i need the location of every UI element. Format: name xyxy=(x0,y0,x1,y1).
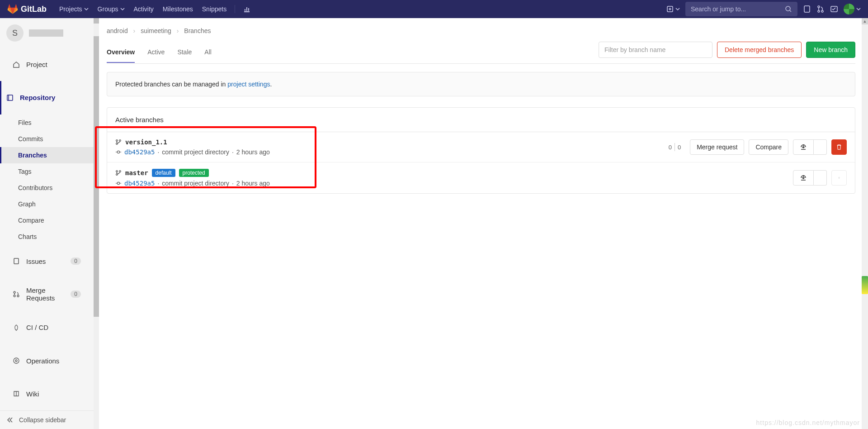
tab-all[interactable]: All xyxy=(204,42,212,63)
sidebar-project[interactable]: Project xyxy=(0,48,94,81)
protected-banner: Protected branches can be managed in pro… xyxy=(107,72,855,96)
user-avatar xyxy=(844,4,854,14)
issues-icon[interactable] xyxy=(803,5,811,13)
default-badge: default xyxy=(152,169,175,177)
branch-name[interactable]: version_1.1 xyxy=(125,138,167,146)
nav-groups[interactable]: Groups xyxy=(93,0,129,18)
sidebar-cicd[interactable]: CI / CD xyxy=(0,311,94,344)
filter-input[interactable] xyxy=(599,42,712,58)
delete-branch-button[interactable] xyxy=(831,139,847,155)
delete-merged-button[interactable]: Delete merged branches xyxy=(717,42,802,58)
svg-point-18 xyxy=(116,171,118,172)
branch-divergence: 0 0 xyxy=(669,143,681,151)
sidebar-branches[interactable]: Branches xyxy=(0,147,94,163)
sidebar-operations[interactable]: Operations xyxy=(0,344,94,377)
svg-rect-7 xyxy=(7,95,13,100)
nav-activity[interactable]: Activity xyxy=(129,0,158,18)
trash-icon xyxy=(838,175,840,181)
branch-icon xyxy=(115,139,122,145)
download-icon xyxy=(800,174,807,181)
breadcrumb-android[interactable]: android xyxy=(107,27,128,34)
top-nav: GitLab Projects Groups Activity Mileston… xyxy=(0,0,868,18)
commit-msg: commit project directory xyxy=(162,180,229,187)
issues-icon xyxy=(13,257,20,265)
svg-point-14 xyxy=(116,140,118,142)
commit-icon xyxy=(115,180,122,186)
search-box[interactable] xyxy=(685,2,797,16)
trash-icon xyxy=(836,144,842,150)
branch-row: master default protected db4529a5 · comm… xyxy=(107,162,855,193)
user-menu[interactable] xyxy=(844,4,861,14)
tab-overview[interactable]: Overview xyxy=(107,42,135,63)
commit-sha[interactable]: db4529a5 xyxy=(124,180,155,187)
project-header[interactable]: S xyxy=(0,18,94,48)
sidebar-repository[interactable]: Repository xyxy=(0,81,94,114)
delete-branch-disabled xyxy=(831,170,847,186)
nav-snippets[interactable]: Snippets xyxy=(198,0,231,18)
commit-msg: commit project directory xyxy=(162,148,229,156)
page-scrollbar[interactable]: ▲ xyxy=(862,18,868,429)
nav-divider xyxy=(235,5,235,13)
sidebar-wiki[interactable]: Wiki xyxy=(0,377,94,410)
todos-icon[interactable] xyxy=(830,5,838,13)
mr-count: 0 xyxy=(71,291,81,298)
sidebar-graph[interactable]: Graph xyxy=(0,196,94,212)
sidebar-files[interactable]: Files xyxy=(0,114,94,131)
sidebar-issues[interactable]: Issues 0 xyxy=(0,245,94,278)
issues-count: 0 xyxy=(71,257,81,265)
svg-point-17 xyxy=(117,151,119,153)
brand-text: GitLab xyxy=(21,5,47,14)
gitlab-logo[interactable]: GitLab xyxy=(7,4,47,14)
download-button[interactable] xyxy=(793,170,814,186)
svg-rect-2 xyxy=(804,6,810,12)
svg-point-3 xyxy=(818,6,820,8)
svg-point-20 xyxy=(119,171,121,172)
svg-point-11 xyxy=(17,295,19,297)
download-icon xyxy=(800,143,807,151)
svg-point-5 xyxy=(821,10,823,12)
sidebar-commits[interactable]: Commits xyxy=(0,131,94,147)
breadcrumb-suimeeting[interactable]: suimeeting xyxy=(141,27,171,34)
svg-point-9 xyxy=(14,291,15,293)
commit-time: 2 hours ago xyxy=(236,180,270,187)
sidebar-tags[interactable]: Tags xyxy=(0,163,94,180)
nav-projects[interactable]: Projects xyxy=(55,0,93,18)
collapse-sidebar[interactable]: Collapse sidebar xyxy=(0,410,94,429)
merge-request-button[interactable]: Merge request xyxy=(690,139,744,155)
sidebar: S Project Repository Files Commits Branc… xyxy=(0,18,94,429)
svg-point-12 xyxy=(14,358,19,363)
nav-milestones[interactable]: Milestones xyxy=(158,0,198,18)
home-icon xyxy=(13,61,20,68)
new-menu[interactable] xyxy=(666,5,680,13)
sidebar-charts[interactable]: Charts xyxy=(0,229,94,245)
project-settings-link[interactable]: project settings xyxy=(227,81,270,88)
panel-title: Active branches xyxy=(107,108,855,132)
compare-button[interactable]: Compare xyxy=(749,139,788,155)
commit-time: 2 hours ago xyxy=(236,148,270,156)
main-content: android › suimeeting › Branches Overview… xyxy=(94,18,868,429)
sidebar-compare[interactable]: Compare xyxy=(0,212,94,229)
search-input[interactable] xyxy=(691,5,785,13)
branch-icon xyxy=(115,170,122,176)
tab-active[interactable]: Active xyxy=(147,42,165,63)
branch-name[interactable]: master xyxy=(125,169,148,176)
sidebar-contributors[interactable]: Contributors xyxy=(0,180,94,196)
merge-requests-icon[interactable] xyxy=(816,5,825,13)
project-name xyxy=(29,29,63,37)
active-branches-panel: Active branches version_1.1 db4529a5 · c… xyxy=(107,107,855,194)
download-dropdown[interactable] xyxy=(814,139,827,155)
nav-analytics-icon[interactable] xyxy=(239,0,255,18)
branch-toolbar: Overview Active Stale All Delete merged … xyxy=(107,42,855,64)
download-button[interactable] xyxy=(793,139,814,155)
sidebar-merge-requests[interactable]: Merge Requests 0 xyxy=(0,278,94,311)
tab-stale[interactable]: Stale xyxy=(177,42,192,63)
svg-point-13 xyxy=(15,360,17,362)
new-branch-button[interactable]: New branch xyxy=(806,42,855,58)
commit-sha[interactable]: db4529a5 xyxy=(124,148,155,156)
scroll-up-icon[interactable]: ▲ xyxy=(862,18,868,24)
search-icon xyxy=(785,5,792,13)
watermark: https://blog.csdn.net/mythmayor xyxy=(756,419,860,426)
svg-point-10 xyxy=(14,295,15,297)
svg-point-16 xyxy=(119,140,121,142)
download-dropdown[interactable] xyxy=(814,170,827,186)
